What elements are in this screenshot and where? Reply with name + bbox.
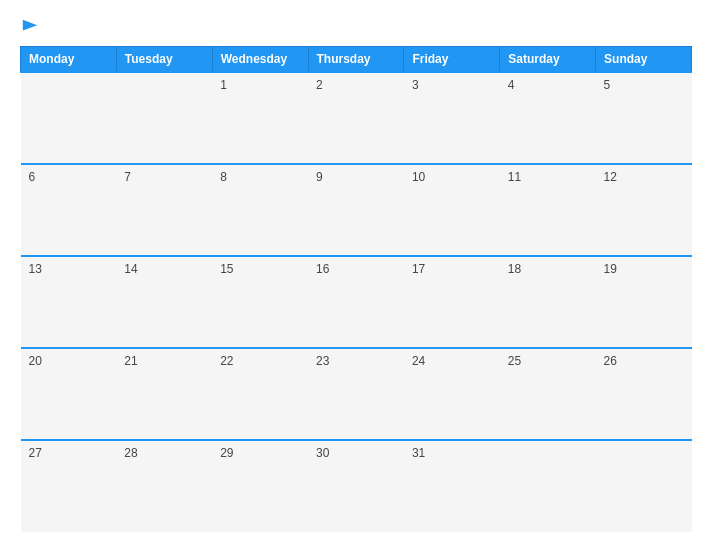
day-number: 8 xyxy=(220,170,227,184)
calendar-day-9: 9 xyxy=(308,164,404,256)
calendar-day-empty xyxy=(21,72,117,164)
day-number: 9 xyxy=(316,170,323,184)
day-number: 3 xyxy=(412,78,419,92)
calendar-day-16: 16 xyxy=(308,256,404,348)
day-number: 29 xyxy=(220,446,233,460)
calendar-day-25: 25 xyxy=(500,348,596,440)
calendar-day-17: 17 xyxy=(404,256,500,348)
calendar-week-row: 12345 xyxy=(21,72,692,164)
calendar-day-empty xyxy=(596,440,692,532)
calendar-day-5: 5 xyxy=(596,72,692,164)
calendar-table: MondayTuesdayWednesdayThursdayFridaySatu… xyxy=(20,46,692,532)
calendar-day-27: 27 xyxy=(21,440,117,532)
weekday-header-saturday: Saturday xyxy=(500,47,596,73)
calendar-day-8: 8 xyxy=(212,164,308,256)
day-number: 22 xyxy=(220,354,233,368)
calendar-day-7: 7 xyxy=(116,164,212,256)
day-number: 12 xyxy=(604,170,617,184)
calendar-day-1: 1 xyxy=(212,72,308,164)
calendar-week-row: 13141516171819 xyxy=(21,256,692,348)
calendar-week-row: 20212223242526 xyxy=(21,348,692,440)
svg-marker-0 xyxy=(23,20,37,31)
day-number: 1 xyxy=(220,78,227,92)
calendar-day-23: 23 xyxy=(308,348,404,440)
day-number: 6 xyxy=(29,170,36,184)
day-number: 11 xyxy=(508,170,521,184)
calendar-day-30: 30 xyxy=(308,440,404,532)
calendar-day-empty xyxy=(116,72,212,164)
weekday-header-thursday: Thursday xyxy=(308,47,404,73)
calendar-day-3: 3 xyxy=(404,72,500,164)
calendar-day-18: 18 xyxy=(500,256,596,348)
weekday-header-friday: Friday xyxy=(404,47,500,73)
weekday-header-row: MondayTuesdayWednesdayThursdayFridaySatu… xyxy=(21,47,692,73)
day-number: 19 xyxy=(604,262,617,276)
day-number: 21 xyxy=(124,354,137,368)
calendar-day-20: 20 xyxy=(21,348,117,440)
day-number: 26 xyxy=(604,354,617,368)
calendar-week-row: 6789101112 xyxy=(21,164,692,256)
calendar-day-13: 13 xyxy=(21,256,117,348)
calendar-day-29: 29 xyxy=(212,440,308,532)
day-number: 7 xyxy=(124,170,131,184)
calendar-day-21: 21 xyxy=(116,348,212,440)
calendar-day-31: 31 xyxy=(404,440,500,532)
day-number: 18 xyxy=(508,262,521,276)
day-number: 25 xyxy=(508,354,521,368)
day-number: 23 xyxy=(316,354,329,368)
logo-flag-icon xyxy=(21,18,39,36)
calendar-header xyxy=(20,18,692,36)
day-number: 4 xyxy=(508,78,515,92)
calendar-header-row: MondayTuesdayWednesdayThursdayFridaySatu… xyxy=(21,47,692,73)
day-number: 10 xyxy=(412,170,425,184)
weekday-header-tuesday: Tuesday xyxy=(116,47,212,73)
calendar-day-26: 26 xyxy=(596,348,692,440)
calendar-day-2: 2 xyxy=(308,72,404,164)
calendar-day-15: 15 xyxy=(212,256,308,348)
calendar-day-22: 22 xyxy=(212,348,308,440)
calendar-day-10: 10 xyxy=(404,164,500,256)
day-number: 24 xyxy=(412,354,425,368)
day-number: 13 xyxy=(29,262,42,276)
day-number: 16 xyxy=(316,262,329,276)
day-number: 15 xyxy=(220,262,233,276)
calendar-body: 1234567891011121314151617181920212223242… xyxy=(21,72,692,532)
calendar-day-28: 28 xyxy=(116,440,212,532)
day-number: 14 xyxy=(124,262,137,276)
day-number: 20 xyxy=(29,354,42,368)
calendar-day-empty xyxy=(500,440,596,532)
calendar-week-row: 2728293031 xyxy=(21,440,692,532)
calendar-day-11: 11 xyxy=(500,164,596,256)
calendar-day-4: 4 xyxy=(500,72,596,164)
day-number: 5 xyxy=(604,78,611,92)
day-number: 27 xyxy=(29,446,42,460)
day-number: 31 xyxy=(412,446,425,460)
weekday-header-wednesday: Wednesday xyxy=(212,47,308,73)
calendar-day-19: 19 xyxy=(596,256,692,348)
day-number: 17 xyxy=(412,262,425,276)
calendar-page: MondayTuesdayWednesdayThursdayFridaySatu… xyxy=(0,0,712,550)
calendar-day-6: 6 xyxy=(21,164,117,256)
calendar-day-14: 14 xyxy=(116,256,212,348)
day-number: 2 xyxy=(316,78,323,92)
weekday-header-sunday: Sunday xyxy=(596,47,692,73)
calendar-day-12: 12 xyxy=(596,164,692,256)
weekday-header-monday: Monday xyxy=(21,47,117,73)
day-number: 28 xyxy=(124,446,137,460)
calendar-day-24: 24 xyxy=(404,348,500,440)
logo xyxy=(20,18,39,36)
day-number: 30 xyxy=(316,446,329,460)
